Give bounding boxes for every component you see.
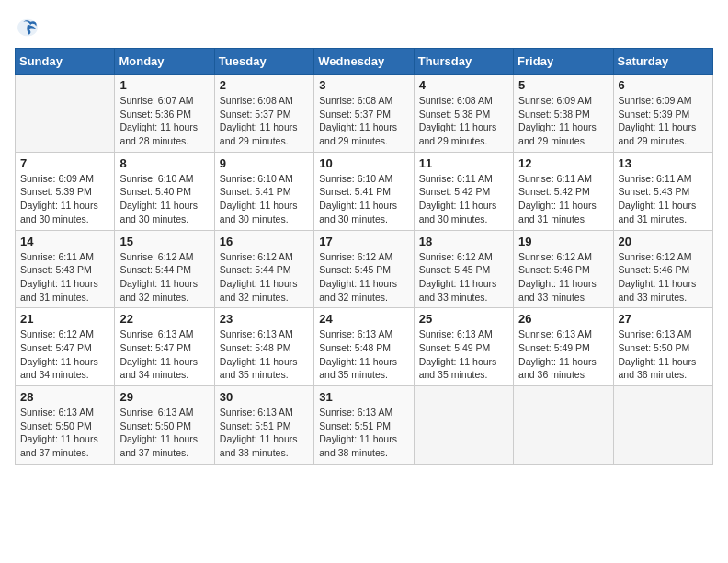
calendar-cell: 25Sunrise: 6:13 AM Sunset: 5:49 PM Dayli…	[414, 308, 513, 386]
weekday-header-friday: Friday	[514, 49, 613, 75]
day-info: Sunrise: 6:10 AM Sunset: 5:41 PM Dayligh…	[220, 172, 309, 226]
day-info: Sunrise: 6:12 AM Sunset: 5:45 PM Dayligh…	[419, 250, 508, 304]
calendar-table: SundayMondayTuesdayWednesdayThursdayFrid…	[15, 48, 713, 465]
day-number: 4	[419, 78, 508, 92]
day-info: Sunrise: 6:13 AM Sunset: 5:48 PM Dayligh…	[319, 327, 408, 382]
calendar-cell: 14Sunrise: 6:11 AM Sunset: 5:43 PM Dayli…	[16, 230, 115, 308]
day-info: Sunrise: 6:13 AM Sunset: 5:50 PM Dayligh…	[619, 327, 708, 382]
day-info: Sunrise: 6:08 AM Sunset: 5:37 PM Dayligh…	[220, 94, 309, 148]
day-number: 30	[220, 390, 309, 404]
calendar-cell: 18Sunrise: 6:12 AM Sunset: 5:45 PM Dayli…	[414, 230, 513, 308]
calendar-cell: 30Sunrise: 6:13 AM Sunset: 5:51 PM Dayli…	[214, 386, 313, 465]
logo	[15, 15, 44, 40]
calendar-week-row: 7Sunrise: 6:09 AM Sunset: 5:39 PM Daylig…	[16, 152, 713, 230]
calendar-cell: 1Sunrise: 6:07 AM Sunset: 5:36 PM Daylig…	[115, 75, 214, 153]
day-number: 31	[319, 390, 408, 404]
day-info: Sunrise: 6:11 AM Sunset: 5:42 PM Dayligh…	[419, 172, 508, 226]
logo-bird-icon	[15, 15, 40, 40]
calendar-cell: 15Sunrise: 6:12 AM Sunset: 5:44 PM Dayli…	[115, 230, 214, 308]
calendar-cell: 26Sunrise: 6:13 AM Sunset: 5:49 PM Dayli…	[514, 308, 613, 386]
day-number: 19	[518, 235, 608, 248]
day-number: 28	[20, 390, 109, 404]
day-info: Sunrise: 6:09 AM Sunset: 5:39 PM Dayligh…	[619, 94, 708, 148]
day-info: Sunrise: 6:13 AM Sunset: 5:49 PM Dayligh…	[518, 327, 608, 382]
day-info: Sunrise: 6:09 AM Sunset: 5:38 PM Dayligh…	[518, 94, 608, 148]
day-info: Sunrise: 6:13 AM Sunset: 5:51 PM Dayligh…	[319, 406, 408, 460]
day-number: 12	[518, 156, 608, 170]
day-info: Sunrise: 6:07 AM Sunset: 5:36 PM Dayligh…	[119, 94, 209, 148]
day-info: Sunrise: 6:13 AM Sunset: 5:50 PM Dayligh…	[20, 406, 109, 460]
calendar-cell: 24Sunrise: 6:13 AM Sunset: 5:48 PM Dayli…	[314, 308, 414, 386]
day-info: Sunrise: 6:11 AM Sunset: 5:43 PM Dayligh…	[619, 172, 708, 226]
day-info: Sunrise: 6:13 AM Sunset: 5:47 PM Dayligh…	[119, 327, 209, 382]
day-info: Sunrise: 6:13 AM Sunset: 5:48 PM Dayligh…	[220, 327, 309, 382]
weekday-header-monday: Monday	[115, 49, 214, 75]
day-number: 2	[220, 78, 309, 92]
calendar-cell: 20Sunrise: 6:12 AM Sunset: 5:46 PM Dayli…	[613, 230, 712, 308]
calendar-cell: 12Sunrise: 6:11 AM Sunset: 5:42 PM Dayli…	[514, 152, 613, 230]
calendar-cell: 6Sunrise: 6:09 AM Sunset: 5:39 PM Daylig…	[613, 75, 712, 153]
day-info: Sunrise: 6:13 AM Sunset: 5:51 PM Dayligh…	[220, 406, 309, 460]
day-info: Sunrise: 6:12 AM Sunset: 5:45 PM Dayligh…	[319, 250, 408, 304]
day-number: 15	[119, 235, 209, 248]
calendar-cell: 13Sunrise: 6:11 AM Sunset: 5:43 PM Dayli…	[613, 152, 712, 230]
page-header	[15, 15, 713, 40]
calendar-cell	[613, 386, 712, 465]
day-number: 25	[419, 312, 508, 326]
weekday-header-thursday: Thursday	[414, 49, 513, 75]
calendar-cell	[414, 386, 513, 465]
day-number: 13	[619, 156, 708, 170]
day-number: 11	[419, 156, 508, 170]
weekday-header-sunday: Sunday	[16, 49, 115, 75]
calendar-header-row: SundayMondayTuesdayWednesdayThursdayFrid…	[16, 49, 713, 75]
day-number: 21	[20, 312, 109, 326]
calendar-cell: 3Sunrise: 6:08 AM Sunset: 5:37 PM Daylig…	[314, 75, 414, 153]
calendar-week-row: 1Sunrise: 6:07 AM Sunset: 5:36 PM Daylig…	[16, 75, 713, 153]
weekday-header-tuesday: Tuesday	[214, 49, 313, 75]
day-info: Sunrise: 6:12 AM Sunset: 5:46 PM Dayligh…	[619, 250, 708, 304]
calendar-cell: 17Sunrise: 6:12 AM Sunset: 5:45 PM Dayli…	[314, 230, 414, 308]
day-number: 5	[518, 78, 608, 92]
calendar-cell: 11Sunrise: 6:11 AM Sunset: 5:42 PM Dayli…	[414, 152, 513, 230]
day-number: 7	[20, 156, 109, 170]
weekday-header-wednesday: Wednesday	[314, 49, 414, 75]
day-info: Sunrise: 6:11 AM Sunset: 5:43 PM Dayligh…	[20, 250, 109, 304]
day-number: 29	[119, 390, 209, 404]
day-number: 14	[20, 235, 109, 248]
calendar-week-row: 21Sunrise: 6:12 AM Sunset: 5:47 PM Dayli…	[16, 308, 713, 386]
calendar-cell: 16Sunrise: 6:12 AM Sunset: 5:44 PM Dayli…	[214, 230, 313, 308]
day-info: Sunrise: 6:12 AM Sunset: 5:47 PM Dayligh…	[20, 327, 109, 382]
day-number: 18	[419, 235, 508, 248]
day-info: Sunrise: 6:12 AM Sunset: 5:46 PM Dayligh…	[518, 250, 608, 304]
calendar-cell: 7Sunrise: 6:09 AM Sunset: 5:39 PM Daylig…	[16, 152, 115, 230]
calendar-cell: 23Sunrise: 6:13 AM Sunset: 5:48 PM Dayli…	[214, 308, 313, 386]
day-number: 3	[319, 78, 408, 92]
weekday-header-saturday: Saturday	[613, 49, 712, 75]
day-info: Sunrise: 6:13 AM Sunset: 5:49 PM Dayligh…	[419, 327, 508, 382]
calendar-cell: 19Sunrise: 6:12 AM Sunset: 5:46 PM Dayli…	[514, 230, 613, 308]
calendar-cell	[16, 75, 115, 153]
day-number: 20	[619, 235, 708, 248]
calendar-cell: 28Sunrise: 6:13 AM Sunset: 5:50 PM Dayli…	[16, 386, 115, 465]
day-info: Sunrise: 6:08 AM Sunset: 5:37 PM Dayligh…	[319, 94, 408, 148]
day-info: Sunrise: 6:10 AM Sunset: 5:41 PM Dayligh…	[319, 172, 408, 226]
day-info: Sunrise: 6:11 AM Sunset: 5:42 PM Dayligh…	[518, 172, 608, 226]
calendar-cell: 8Sunrise: 6:10 AM Sunset: 5:40 PM Daylig…	[115, 152, 214, 230]
calendar-week-row: 28Sunrise: 6:13 AM Sunset: 5:50 PM Dayli…	[16, 386, 713, 465]
day-number: 23	[220, 312, 309, 326]
day-info: Sunrise: 6:09 AM Sunset: 5:39 PM Dayligh…	[20, 172, 109, 226]
calendar-cell: 5Sunrise: 6:09 AM Sunset: 5:38 PM Daylig…	[514, 75, 613, 153]
calendar-cell: 31Sunrise: 6:13 AM Sunset: 5:51 PM Dayli…	[314, 386, 414, 465]
day-info: Sunrise: 6:08 AM Sunset: 5:38 PM Dayligh…	[419, 94, 508, 148]
day-number: 9	[220, 156, 309, 170]
day-info: Sunrise: 6:10 AM Sunset: 5:40 PM Dayligh…	[119, 172, 209, 226]
day-number: 8	[119, 156, 209, 170]
calendar-cell: 22Sunrise: 6:13 AM Sunset: 5:47 PM Dayli…	[115, 308, 214, 386]
calendar-cell: 10Sunrise: 6:10 AM Sunset: 5:41 PM Dayli…	[314, 152, 414, 230]
day-number: 17	[319, 235, 408, 248]
day-number: 22	[119, 312, 209, 326]
day-number: 27	[619, 312, 708, 326]
day-info: Sunrise: 6:13 AM Sunset: 5:50 PM Dayligh…	[119, 406, 209, 460]
day-info: Sunrise: 6:12 AM Sunset: 5:44 PM Dayligh…	[220, 250, 309, 304]
calendar-cell: 29Sunrise: 6:13 AM Sunset: 5:50 PM Dayli…	[115, 386, 214, 465]
